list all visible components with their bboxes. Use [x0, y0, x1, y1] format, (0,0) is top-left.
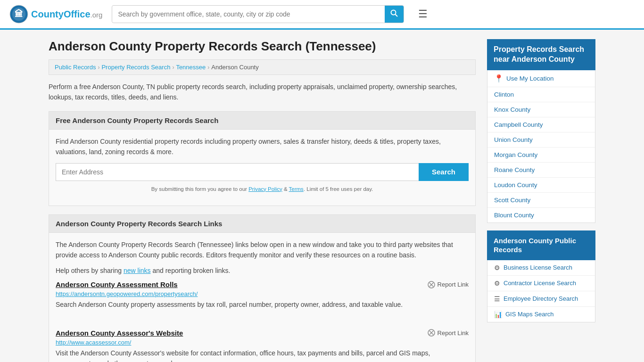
gear-icon-1: ⚙	[494, 264, 500, 272]
sidebar-nearby-list: 📍 Use My Location Clinton Knox County Ca…	[487, 70, 595, 223]
terms-link[interactable]: Terms	[289, 186, 304, 192]
sidebar-nearby-heading: Property Records Search near Anderson Co…	[487, 39, 595, 70]
sidebar-item-blount-county[interactable]: Blount County	[487, 208, 595, 222]
sidebar-item-knox-county[interactable]: Knox County	[487, 102, 595, 117]
breadcrumb-tennessee[interactable]: Tennessee	[176, 64, 206, 71]
chart-icon: 📊	[494, 311, 502, 318]
links-intro: The Anderson County Property Records Sea…	[56, 239, 469, 261]
free-search-section: Free Anderson County Property Records Se…	[49, 111, 476, 206]
address-input[interactable]	[56, 163, 419, 181]
sidebar-public-records-list: ⚙ Business License Search ⚙ Contractor L…	[487, 260, 595, 322]
breadcrumb-sep-2: ›	[172, 64, 174, 71]
report-link-1-button[interactable]: Report Link	[428, 281, 469, 288]
link-entry-1-desc: Search Anderson County property assessme…	[56, 299, 469, 310]
header: 🏛 CountyOffice.org ☰	[0, 0, 644, 30]
sidebar-item-loudon-county[interactable]: Loudon County	[487, 178, 595, 193]
breadcrumb-property-records-search[interactable]: Property Records Search	[101, 64, 170, 71]
report-icon	[428, 281, 435, 288]
breadcrumb-sep-3: ›	[207, 64, 209, 71]
sidebar-item-campbell-county[interactable]: Campbell County	[487, 117, 595, 132]
svg-point-3	[391, 10, 396, 15]
share-text: Help others by sharing	[56, 267, 124, 274]
link-entry-2-title[interactable]: Anderson County Assessor's Website	[56, 329, 183, 337]
global-search-button[interactable]	[385, 6, 404, 23]
sidebar-pub-gis-maps[interactable]: 📊 GIS Maps Search	[487, 307, 595, 322]
sidebar: Property Records Search near Anderson Co…	[487, 39, 595, 362]
list-icon: ☰	[494, 295, 500, 303]
sidebar-public-records-heading: Anderson County Public Records	[487, 230, 595, 260]
report-label-1: Report Link	[438, 281, 469, 288]
free-search-description: Find Anderson County residential propert…	[56, 136, 469, 157]
links-section-heading: Anderson County Property Records Search …	[49, 215, 475, 233]
address-search-row: Search	[56, 163, 469, 181]
link-entry-2-url[interactable]: http://www.acassessor.com/	[56, 339, 469, 346]
sidebar-pub-contractor-license[interactable]: ⚙ Contractor License Search	[487, 276, 595, 291]
disclaimer-text: By submitting this form you agree to our	[151, 186, 248, 192]
link-entry-2-desc: Visit the Anderson County Assessor's web…	[56, 348, 469, 362]
logo-text: CountyOffice.org	[31, 9, 102, 20]
global-search-input[interactable]	[112, 7, 385, 22]
breadcrumb-current: Anderson County	[211, 64, 258, 71]
report-label-2: Report Link	[438, 329, 469, 337]
search-button[interactable]: Search	[419, 163, 469, 181]
sidebar-item-roane-county[interactable]: Roane County	[487, 163, 595, 178]
links-share: Help others by sharing new links and rep…	[56, 265, 469, 276]
form-disclaimer: By submitting this form you agree to our…	[56, 185, 469, 193]
and-label: &	[282, 186, 289, 192]
sidebar-pub-employee-directory[interactable]: ☰ Employee Directory Search	[487, 291, 595, 307]
links-section: Anderson County Property Records Search …	[49, 214, 476, 362]
location-pin-icon: 📍	[494, 74, 504, 83]
content-area: Anderson County Property Records Search …	[49, 39, 476, 362]
logo-icon: 🏛	[9, 5, 28, 24]
sidebar-use-location[interactable]: 📍 Use My Location	[487, 70, 595, 87]
global-search-bar	[112, 5, 404, 23]
page-description: Perform a free Anderson County, TN publi…	[49, 82, 476, 103]
sidebar-item-scott-county[interactable]: Scott County	[487, 193, 595, 208]
share-end: and reporting broken links.	[151, 267, 231, 274]
disclaimer-end: . Limit of 5 free uses per day.	[304, 186, 373, 192]
breadcrumb: Public Records › Property Records Search…	[49, 59, 476, 75]
gear-icon-2: ⚙	[494, 280, 500, 287]
svg-line-4	[396, 15, 398, 17]
sidebar-item-union-county[interactable]: Union County	[487, 132, 595, 148]
report-link-2-button[interactable]: Report Link	[428, 329, 469, 337]
link-entry-1-header: Anderson County Assessment Rolls Report …	[56, 280, 469, 288]
logo[interactable]: 🏛 CountyOffice.org	[9, 5, 102, 24]
page-title: Anderson County Property Records Search …	[49, 39, 476, 54]
report-icon-2	[428, 329, 435, 337]
breadcrumb-sep-1: ›	[98, 64, 99, 71]
links-section-body: The Anderson County Property Records Sea…	[49, 233, 475, 362]
privacy-policy-link[interactable]: Privacy Policy	[248, 186, 282, 192]
breadcrumb-public-records[interactable]: Public Records	[55, 64, 96, 71]
svg-text:🏛: 🏛	[15, 9, 23, 19]
sidebar-item-morgan-county[interactable]: Morgan County	[487, 148, 595, 163]
new-links-link[interactable]: new links	[124, 267, 151, 274]
link-entry-1-url[interactable]: https://andersontn.geopowered.com/proper…	[56, 290, 469, 297]
link-entry-2: Anderson County Assessor's Website Repor…	[56, 329, 469, 362]
link-entry-1: Anderson County Assessment Rolls Report …	[56, 280, 469, 319]
sidebar-pub-business-license[interactable]: ⚙ Business License Search	[487, 260, 595, 276]
use-my-location-link[interactable]: Use My Location	[506, 75, 554, 82]
free-search-body: Find Anderson County residential propert…	[49, 130, 475, 206]
link-entry-1-title[interactable]: Anderson County Assessment Rolls	[56, 280, 178, 288]
hamburger-menu-button[interactable]: ☰	[418, 8, 428, 20]
main-container: Anderson County Property Records Search …	[39, 30, 605, 362]
free-search-heading: Free Anderson County Property Records Se…	[49, 112, 475, 130]
sidebar-item-clinton[interactable]: Clinton	[487, 87, 595, 102]
link-entry-2-header: Anderson County Assessor's Website Repor…	[56, 329, 469, 337]
